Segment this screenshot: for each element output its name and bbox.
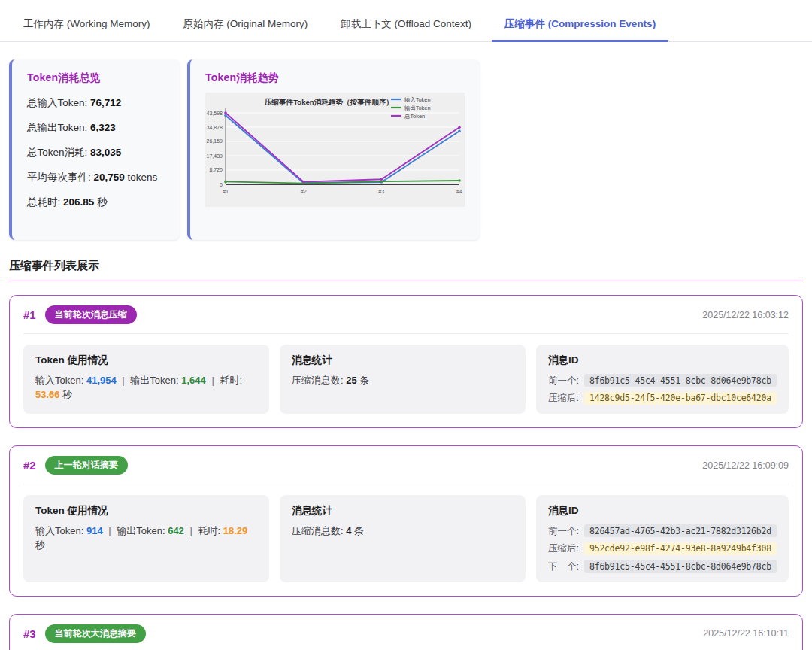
event-info-grid: Token 使用情况输入Token: 41,954 | 输出Token: 1,6… <box>23 345 789 414</box>
stat-value: 6,323 <box>90 122 116 133</box>
trend-chart: 08,72017,43926,15934,87843,598#1#2#3#4压缩… <box>205 93 465 207</box>
svg-text:0: 0 <box>220 182 223 187</box>
input-token-label: 输入Token: <box>35 525 86 536</box>
events-list: #1当前轮次消息压缩2025/12/22 16:03:12Token 使用情况输… <box>0 295 812 650</box>
message-ids-title: 消息ID <box>548 354 777 367</box>
message-id-label: 下一个: <box>548 560 579 573</box>
event-header: #3当前轮次大消息摘要2025/12/22 16:10:11 <box>23 624 789 650</box>
event-card: #1当前轮次消息压缩2025/12/22 16:03:12Token 使用情况输… <box>9 295 803 428</box>
duration-unit: 秒 <box>60 389 73 400</box>
output-token-value: 642 <box>168 525 184 536</box>
tab-bar: 工作内存 (Working Memory)原始内存 (Original Memo… <box>0 0 812 42</box>
duration-value: 18.29 <box>223 525 248 536</box>
message-id-label: 压缩后: <box>548 392 579 405</box>
message-id-value: 952cde92-e98f-4274-93e8-8a9249b4f308 <box>584 542 777 555</box>
event-timestamp: 2025/12/22 16:03:12 <box>702 310 789 320</box>
summary-stat-line: 总输出Token: 6,323 <box>27 121 165 135</box>
event-card: #3当前轮次大消息摘要2025/12/22 16:10:11Token 使用情况… <box>9 614 803 650</box>
stat-label: 总耗时: <box>27 196 63 208</box>
svg-text:26,159: 26,159 <box>207 138 223 144</box>
message-ids-box: 消息ID前一个:826457ad-4765-42b3-ac21-7882d312… <box>536 495 789 582</box>
token-trend-panel: Token消耗趋势 08,72017,43926,15934,87843,598… <box>187 59 480 240</box>
token-trend-title: Token消耗趋势 <box>205 71 465 85</box>
message-id-row: 压缩后:952cde92-e98f-4274-93e8-8a9249b4f308 <box>548 542 777 556</box>
stat-value: 83,035 <box>90 147 121 158</box>
tab-working-memory[interactable]: 工作内存 (Working Memory) <box>11 11 163 42</box>
duration-unit: 秒 <box>35 539 45 551</box>
summary-stat-line: 平均每次事件: 20,759 tokens <box>27 171 165 184</box>
separator: | <box>184 525 198 536</box>
event-timestamp: 2025/12/22 16:09:09 <box>702 460 789 471</box>
stat-value: 20,759 <box>94 172 125 183</box>
summary-stat-line: 总Token消耗: 83,035 <box>27 146 165 159</box>
token-usage-title: Token 使用情况 <box>35 354 257 367</box>
token-usage-title: Token 使用情况 <box>35 504 257 518</box>
svg-text:总Token: 总Token <box>404 113 425 120</box>
svg-text:43,598: 43,598 <box>207 111 223 116</box>
event-type-badge: 上一轮对话摘要 <box>45 456 128 475</box>
message-id-row: 下一个:8f6b91c5-45c4-4551-8cbc-8d064e9b78cb <box>548 560 777 573</box>
input-token-value: 41,954 <box>86 375 117 386</box>
message-id-value: 826457ad-4765-42b3-ac21-7882d3126b2d <box>584 524 777 537</box>
duration-label: 耗时: <box>220 375 242 386</box>
event-header: #1当前轮次消息压缩2025/12/22 16:03:12 <box>23 305 789 334</box>
svg-text:#1: #1 <box>223 188 229 195</box>
stat-suffix: 秒 <box>94 196 107 208</box>
svg-text:压缩事件Token消耗趋势（按事件顺序）: 压缩事件Token消耗趋势（按事件顺序） <box>264 98 393 107</box>
message-count-label: 压缩消息数: <box>292 375 346 386</box>
duration-label: 耗时: <box>198 525 223 536</box>
stat-label: 总输出Token: <box>27 122 90 133</box>
output-token-label: 输出Token: <box>117 525 168 536</box>
token-usage-line: 输入Token: 41,954 | 输出Token: 1,644 | 耗时: 5… <box>35 374 257 402</box>
event-number: #1 <box>23 308 36 321</box>
input-token-value: 914 <box>86 525 103 536</box>
svg-text:34,878: 34,878 <box>207 125 223 130</box>
message-count-line: 压缩消息数: 4 条 <box>292 524 514 539</box>
svg-text:#4: #4 <box>456 188 462 195</box>
message-id-label: 前一个: <box>548 375 579 387</box>
message-count-unit: 条 <box>357 375 370 386</box>
stat-suffix: tokens <box>125 172 158 183</box>
message-id-label: 压缩后: <box>548 542 579 555</box>
token-summary-stats: 总输入Token: 76,712总输出Token: 6,323总Token消耗:… <box>27 96 165 209</box>
svg-text:输入Token: 输入Token <box>404 96 431 103</box>
stat-value: 76,712 <box>90 97 121 108</box>
event-timestamp: 2025/12/22 16:10:11 <box>703 628 789 639</box>
events-section-divider <box>9 281 803 281</box>
message-id-value: 1428c9d5-24f5-420e-ba67-dbc10ce6420a <box>584 392 777 405</box>
svg-text:输出Token: 输出Token <box>404 105 431 111</box>
duration-value: 53.66 <box>35 389 60 400</box>
tab-offload-context[interactable]: 卸载上下文 (Offload Context) <box>328 11 484 42</box>
event-type-badge: 当前轮次消息压缩 <box>45 305 137 324</box>
message-count-line: 压缩消息数: 25 条 <box>292 374 514 388</box>
stat-label: 总输入Token: <box>27 97 90 108</box>
tab-compression-events[interactable]: 压缩事件 (Compression Events) <box>492 11 668 42</box>
message-stats-box: 消息统计压缩消息数: 25 条 <box>280 345 526 414</box>
message-count-label: 压缩消息数: <box>292 525 346 536</box>
summary-row: Token消耗总览 总输入Token: 76,712总输出Token: 6,32… <box>0 42 812 240</box>
events-section-title: 压缩事件列表展示 <box>9 259 803 273</box>
token-usage-box: Token 使用情况输入Token: 41,954 | 输出Token: 1,6… <box>23 345 269 414</box>
message-stats-title: 消息统计 <box>292 504 514 518</box>
summary-stat-line: 总输入Token: 76,712 <box>27 96 165 110</box>
message-ids-box: 消息ID前一个:8f6b91c5-45c4-4551-8cbc-8d064e9b… <box>536 345 789 414</box>
token-usage-box: Token 使用情况输入Token: 914 | 输出Token: 642 | … <box>23 495 269 582</box>
event-type-badge: 当前轮次大消息摘要 <box>45 624 146 643</box>
message-id-label: 前一个: <box>548 525 579 538</box>
svg-text:#3: #3 <box>378 188 384 195</box>
token-usage-line: 输入Token: 914 | 输出Token: 642 | 耗时: 18.29 … <box>35 524 257 553</box>
stat-label: 平均每次事件: <box>27 172 94 183</box>
message-id-value: 8f6b91c5-45c4-4551-8cbc-8d064e9b78cb <box>584 560 777 573</box>
output-token-value: 1,644 <box>181 375 206 386</box>
message-count-value: 25 <box>346 375 356 386</box>
tab-original-memory[interactable]: 原始内存 (Original Memory) <box>171 11 321 42</box>
message-ids-title: 消息ID <box>548 504 777 518</box>
message-stats-title: 消息统计 <box>292 354 514 367</box>
message-id-row: 前一个:8f6b91c5-45c4-4551-8cbc-8d064e9b78cb <box>548 374 777 387</box>
event-number: #3 <box>23 627 36 640</box>
message-stats-box: 消息统计压缩消息数: 4 条 <box>280 495 526 582</box>
message-id-row: 前一个:826457ad-4765-42b3-ac21-7882d3126b2d <box>548 524 777 538</box>
separator: | <box>206 375 220 386</box>
separator: | <box>117 375 131 386</box>
svg-text:#2: #2 <box>301 188 307 195</box>
